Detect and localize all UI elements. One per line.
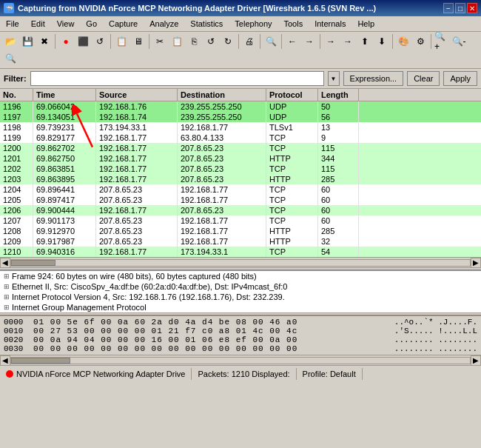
tb-nav-btn-1[interactable]: → <box>323 33 339 50</box>
hex-hscroll-left-btn[interactable]: ◀ <box>0 355 10 366</box>
tb-redo-button[interactable]: ↻ <box>220 33 236 50</box>
tb-down-button[interactable]: ⬇ <box>374 33 390 50</box>
tb-zoom-reset-button[interactable]: 🔍 <box>2 50 18 67</box>
table-cell: 344 <box>318 153 359 164</box>
hex-hscroll-track[interactable] <box>10 357 471 364</box>
close-button[interactable]: ✕ <box>467 3 477 13</box>
apply-button[interactable]: Apply <box>443 71 477 86</box>
tb-paste-button[interactable]: ⎘ <box>186 33 202 50</box>
table-cell: 69.912970 <box>33 226 96 236</box>
tb-close-button[interactable]: ✖ <box>36 33 53 50</box>
tb-copy-button[interactable]: 📋 <box>169 33 185 50</box>
hscroll-thumb[interactable] <box>11 260 56 266</box>
table-cell: 69.829177 <box>33 133 96 143</box>
detail-item[interactable]: ⊞Ethernet II, Src: CiscoSpv_4a:df:be (60… <box>0 281 481 292</box>
tb-interfaces-button[interactable]: 🖥 <box>130 33 147 50</box>
table-cell: 54 <box>318 247 359 257</box>
table-cell: 1197 <box>0 112 33 122</box>
table-cell: 192.168.1.76 <box>96 101 178 112</box>
menu-analyze[interactable]: Analyze <box>144 18 184 30</box>
table-row[interactable]: 119969.829177192.168.1.7763.80.4.133TCP9 <box>0 133 481 143</box>
table-row[interactable]: 120769.901173207.8.65.23192.168.1.77TCP6… <box>0 215 481 226</box>
filter-dropdown-button[interactable]: ▼ <box>328 71 340 86</box>
tb-edit-button[interactable]: ✂ <box>152 33 168 50</box>
table-row[interactable]: 120669.900444192.168.1.77207.8.65.23TCP6… <box>0 205 481 215</box>
menu-go[interactable]: Go <box>80 18 103 30</box>
tb-back-button[interactable]: ← <box>284 33 300 50</box>
table-cell: 192.168.1.77 <box>178 226 266 236</box>
tb-forward-button[interactable]: → <box>301 33 317 50</box>
table-row[interactable]: 120869.912970207.8.65.23192.168.1.77HTTP… <box>0 226 481 236</box>
table-row[interactable]: 120269.863851192.168.1.77207.8.65.23TCP1… <box>0 164 481 174</box>
table-cell: 69.739231 <box>33 122 96 133</box>
menu-capture[interactable]: Capture <box>103 18 144 30</box>
filter-input[interactable] <box>30 71 324 86</box>
detail-item[interactable]: ⊞Internet Protocol Version 4, Src: 192.1… <box>0 292 481 302</box>
table-row[interactable]: 120469.896441207.8.65.23192.168.1.77TCP6… <box>0 184 481 195</box>
table-cell: 1201 <box>0 153 33 164</box>
col-header-dest[interactable]: Destination <box>178 89 266 101</box>
hscroll-right-btn[interactable]: ▶ <box>471 258 481 268</box>
col-header-no[interactable]: No. <box>0 89 33 101</box>
table-row[interactable]: 119769.134051192.168.1.74239.255.255.250… <box>0 112 481 122</box>
tb-open-button[interactable]: 📂 <box>2 33 18 50</box>
table-row[interactable]: 120969.917987207.8.65.23192.168.1.77HTTP… <box>0 236 481 247</box>
tb-restart-button[interactable]: ↺ <box>92 33 108 50</box>
menu-edit[interactable]: Edit <box>25 18 51 30</box>
tb-find-button[interactable]: 🔍 <box>263 33 279 50</box>
status-packets: Packets: 1210 Displayed: <box>192 368 296 380</box>
detail-text: Internet Group Management Protocol <box>12 303 147 312</box>
hex-row: 001000 27 53 00 00 00 00 01 21 f7 c0 a8 … <box>4 327 477 335</box>
menu-telephony[interactable]: Telephony <box>229 18 278 30</box>
table-row[interactable]: 120069.862702192.168.1.77207.8.65.23TCP1… <box>0 143 481 153</box>
col-header-proto[interactable]: Protocol <box>266 89 318 101</box>
menu-view[interactable]: View <box>51 18 81 30</box>
hscroll-track[interactable] <box>10 259 471 267</box>
table-cell: 1198 <box>0 122 33 133</box>
tb-options-button[interactable]: 📋 <box>113 33 130 50</box>
tb-undo-button[interactable]: ↺ <box>203 33 219 50</box>
table-row[interactable]: 120569.897417207.8.65.23192.168.1.77TCP6… <box>0 195 481 205</box>
packet-table-hscroll[interactable]: ◀ ▶ <box>0 257 481 267</box>
hex-hscroll[interactable]: ◀ ▶ <box>0 355 481 365</box>
table-row[interactable]: 119669.066042192.168.1.76239.255.255.250… <box>0 101 481 112</box>
tb-nav-btn-2[interactable]: → <box>340 33 356 50</box>
expression-button[interactable]: Expression... <box>343 71 404 86</box>
table-cell: 192.168.1.77 <box>96 164 178 174</box>
table-cell: 69.862702 <box>33 143 96 153</box>
tb-prefs-button[interactable]: ⚙ <box>412 33 428 50</box>
detail-item[interactable]: ⊞Frame 924: 60 bytes on wire (480 bits),… <box>0 271 481 281</box>
table-row[interactable]: 120169.862750192.168.1.77207.8.65.23HTTP… <box>0 153 481 164</box>
detail-item[interactable]: ⊞Internet Group Management Protocol <box>0 302 481 312</box>
table-row[interactable]: 119869.739231173.194.33.1192.168.1.77TLS… <box>0 122 481 133</box>
table-cell: TCP <box>266 195 318 205</box>
col-header-len[interactable]: Length <box>318 89 359 101</box>
tb-up-button[interactable]: ⬆ <box>357 33 373 50</box>
menu-statistics[interactable]: Statistics <box>184 18 229 30</box>
table-row[interactable]: 121069.940316192.168.1.77173.194.33.1TCP… <box>0 247 481 257</box>
menu-file[interactable]: File <box>0 18 25 30</box>
tb-print-button[interactable]: 🖨 <box>241 33 258 50</box>
clear-button[interactable]: Clear <box>407 71 440 86</box>
tb-zoom-in-button[interactable]: 🔍+ <box>434 33 450 50</box>
table-cell: 192.168.1.77 <box>178 122 266 133</box>
tb-save-button[interactable]: 💾 <box>19 33 36 50</box>
menu-help[interactable]: Help <box>352 18 380 30</box>
menu-internals[interactable]: Internals <box>309 18 352 30</box>
tb-stop-button[interactable]: ⬛ <box>75 33 91 50</box>
minimize-button[interactable]: − <box>443 3 454 13</box>
tb-start-button[interactable]: ● <box>58 33 74 50</box>
hscroll-left-btn[interactable]: ◀ <box>0 258 10 268</box>
tb-colorize-button[interactable]: 🎨 <box>395 33 411 50</box>
table-cell: 192.168.1.77 <box>96 133 178 143</box>
menu-tools[interactable]: Tools <box>278 18 309 30</box>
col-header-time[interactable]: Time <box>33 89 96 101</box>
hex-hscroll-right-btn[interactable]: ▶ <box>471 355 481 366</box>
col-header-source[interactable]: Source <box>96 89 178 101</box>
table-row[interactable]: 120369.863895192.168.1.77207.8.65.23HTTP… <box>0 174 481 184</box>
hex-hscroll-thumb[interactable] <box>11 358 70 364</box>
tb-zoom-out-button[interactable]: 🔍- <box>451 33 467 50</box>
table-cell: 1205 <box>0 195 33 205</box>
maximize-button[interactable]: □ <box>455 3 465 13</box>
hex-row: 003000 00 00 00 00 00 00 00 00 00 00 00 … <box>4 344 477 353</box>
